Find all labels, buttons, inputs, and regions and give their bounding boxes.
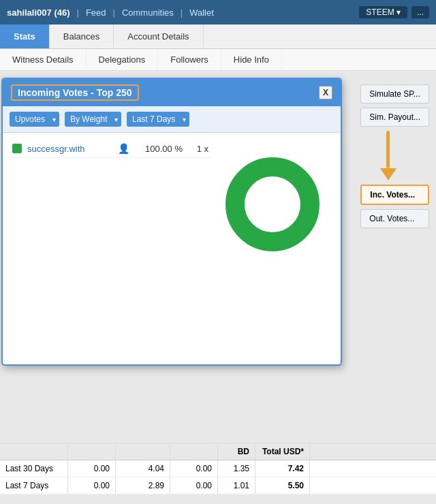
modal-body: successgr.with 👤 100.00 % 1 x: [3, 133, 341, 364]
row-col3-7: 0.00: [170, 477, 218, 494]
username-display[interactable]: sahilali007 (46): [7, 7, 70, 18]
steem-button[interactable]: STEEM ▾: [359, 6, 407, 18]
row-col3-30: 0.00: [170, 460, 218, 477]
vote-list: successgr.with 👤 100.00 % 1 x: [10, 140, 211, 358]
col-header-total: Total USD*: [255, 443, 310, 460]
donut-chart-container: [211, 140, 334, 358]
modal-title: Incoming Votes - Top 250: [11, 84, 139, 101]
col-header-3: [170, 443, 218, 460]
row-col1-7: 0.00: [68, 477, 116, 494]
bottom-table: BD Total USD* Last 30 Days 0.00 4.04 0.0…: [0, 443, 436, 494]
vote-sort-wrapper: By Weight: [65, 112, 121, 127]
main-content: Simulate SP... Sim. Payout... Inc. Votes…: [0, 71, 436, 494]
person-icon: 👤: [118, 143, 129, 154]
incoming-votes-modal: Incoming Votes - Top 250 X Upvotes By We…: [1, 78, 342, 366]
tab-row-2: Witness Details Delegations Followers Hi…: [0, 49, 436, 71]
modal-controls: Upvotes By Weight Last 7 Days: [3, 106, 341, 133]
row-label-30: Last 30 Days: [0, 460, 68, 477]
tab-balances[interactable]: Balances: [50, 25, 114, 48]
right-panel: Simulate SP... Sim. Payout... Inc. Votes…: [360, 84, 429, 228]
row-total-7: 5.50: [255, 477, 310, 494]
svg-point-1: [249, 180, 296, 228]
row-label-7: Last 7 Days: [0, 477, 68, 494]
tab-row-1: Stats Balances Account Details: [0, 25, 436, 49]
donut-chart: [221, 153, 324, 255]
feed-link[interactable]: Feed: [86, 7, 106, 18]
tab-delegations[interactable]: Delegations: [87, 49, 159, 70]
inc-votes-button[interactable]: Inc. Votes...: [360, 185, 429, 205]
tab-stats[interactable]: Stats: [0, 25, 50, 48]
row-total-30: 7.42: [255, 460, 310, 477]
vote-item: successgr.with 👤 100.00 % 1 x: [10, 140, 211, 158]
table-row-30days: Last 30 Days 0.00 4.04 0.00 1.35 7.42: [0, 460, 436, 477]
arrow-indicator: [354, 131, 422, 180]
vote-multiplier: 1 x: [188, 144, 208, 154]
communities-link[interactable]: Communities: [122, 7, 174, 18]
row-col2-30: 4.04: [116, 460, 170, 477]
wallet-link[interactable]: Wallet: [189, 7, 214, 18]
col-header-1: [68, 443, 116, 460]
tab-witness-details[interactable]: Witness Details: [0, 49, 87, 70]
tab-hide-info[interactable]: Hide Info: [221, 49, 282, 70]
simulate-sp-button[interactable]: Simulate SP...: [360, 84, 429, 104]
col-header-label: [0, 443, 68, 460]
row-col1-30: 0.00: [68, 460, 116, 477]
table-header: BD Total USD*: [0, 443, 436, 460]
row-bd-7: 1.01: [218, 477, 255, 494]
modal-close-button[interactable]: X: [319, 86, 332, 99]
tab-account-details[interactable]: Account Details: [114, 25, 203, 48]
tab-followers[interactable]: Followers: [158, 49, 221, 70]
vote-username[interactable]: successgr.with: [27, 144, 112, 154]
col-header-2: [116, 443, 170, 460]
row-col2-7: 2.89: [116, 477, 170, 494]
vote-sort-select[interactable]: By Weight: [65, 112, 121, 127]
vote-type-select[interactable]: Upvotes: [10, 112, 59, 127]
vote-period-select[interactable]: Last 7 Days: [127, 112, 189, 127]
vote-period-wrapper: Last 7 Days: [127, 112, 189, 127]
row-bd-30: 1.35: [218, 460, 255, 477]
sim-payout-button[interactable]: Sim. Payout...: [360, 108, 429, 127]
out-votes-button[interactable]: Out. Votes...: [360, 209, 429, 228]
vote-type-wrapper: Upvotes: [10, 112, 59, 127]
vote-percentage: 100.00 %: [135, 144, 183, 154]
table-row-7days: Last 7 Days 0.00 2.89 0.00 1.01 5.50: [0, 477, 436, 494]
vote-color-indicator: [12, 144, 22, 153]
col-header-bd: BD: [218, 443, 255, 460]
modal-header: Incoming Votes - Top 250 X: [3, 79, 341, 106]
more-button[interactable]: ...: [411, 6, 429, 18]
top-nav: sahilali007 (46) | Feed | Communities | …: [0, 0, 436, 25]
